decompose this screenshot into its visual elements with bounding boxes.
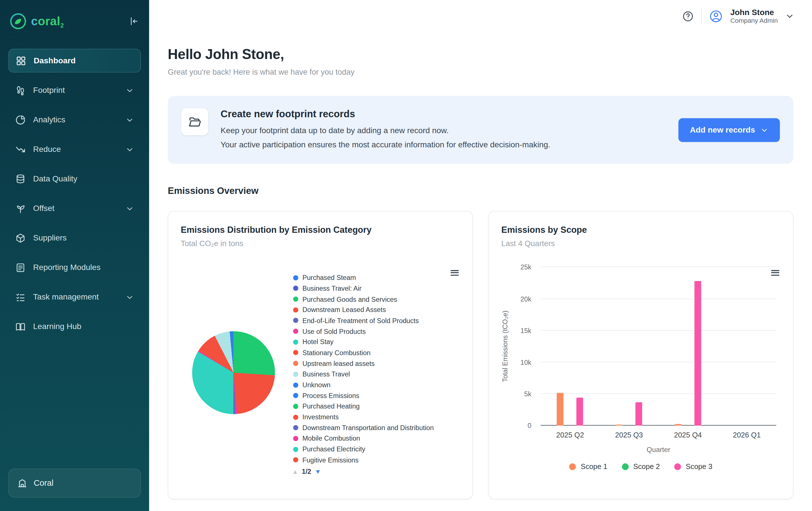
legend-label: Business Travel bbox=[302, 370, 350, 378]
scope-card-title: Emissions by Scope bbox=[501, 225, 780, 236]
legend-scope-3[interactable]: Scope 3 bbox=[674, 462, 713, 471]
legend-label: Hotel Stay bbox=[302, 338, 334, 346]
bar-scope-1[interactable] bbox=[616, 425, 622, 426]
tasks-icon bbox=[15, 292, 26, 302]
chevron-down-icon bbox=[125, 86, 134, 95]
sidebar-collapse-icon[interactable] bbox=[128, 16, 139, 27]
legend-label: Scope 1 bbox=[581, 462, 608, 471]
legend-item[interactable]: Business Travel bbox=[293, 369, 460, 380]
coral-logo-text: coral2 bbox=[31, 14, 64, 28]
sidebar-item-learning-hub[interactable]: Learning Hub bbox=[8, 315, 141, 339]
legend-item[interactable]: Stationary Combustion bbox=[293, 348, 460, 358]
legend-item[interactable]: Hotel Stay bbox=[293, 337, 460, 348]
legend-label: Purchased Steam bbox=[302, 274, 356, 281]
sidebar-item-reporting-modules[interactable]: Reporting Modules bbox=[8, 255, 141, 279]
main-content: Hello John Stone, Great you're back! Her… bbox=[149, 32, 812, 511]
sidebar-item-suppliers[interactable]: Suppliers bbox=[8, 226, 141, 250]
legend-label: Unknown bbox=[302, 381, 330, 388]
add-new-records-button[interactable]: Add new records bbox=[678, 118, 780, 142]
legend-label: Purchased Goods and Services bbox=[302, 295, 397, 303]
chevron-down-icon bbox=[125, 293, 134, 301]
legend-item[interactable]: Purchased Steam bbox=[293, 272, 460, 283]
legend-item[interactable]: Business Travel: Air bbox=[293, 283, 460, 294]
sidebar-item-analytics[interactable]: Analytics bbox=[8, 108, 141, 132]
legend-item[interactable]: Purchased Goods and Services bbox=[293, 294, 460, 305]
sidebar-item-footprint[interactable]: Footprint bbox=[8, 78, 141, 102]
user-menu[interactable]: John Stone Company Admin bbox=[730, 7, 778, 25]
sidebar-item-label: Suppliers bbox=[33, 233, 67, 243]
user-role: Company Admin bbox=[730, 17, 778, 25]
legend-label: Investments bbox=[302, 413, 339, 421]
topbar-divider bbox=[701, 8, 702, 24]
legend-label: Mobile Combustion bbox=[302, 435, 360, 442]
category-chart-area: Purchased SteamBusiness Travel: AirPurch… bbox=[181, 252, 460, 478]
legend-item[interactable]: Downstream Transportation and Distributi… bbox=[293, 423, 460, 433]
app-window: coral2 DashboardFootprintAnalyticsReduce… bbox=[0, 0, 812, 511]
legend-item[interactable]: Use of Sold Products bbox=[293, 326, 460, 337]
category-pie-chart[interactable] bbox=[192, 331, 275, 414]
bar-scope-3[interactable] bbox=[577, 398, 583, 426]
legend-item[interactable]: Process Emissions bbox=[293, 391, 460, 401]
user-menu-chevron-down-icon[interactable] bbox=[785, 11, 794, 21]
bar-groups bbox=[541, 267, 776, 426]
category-card-title: Emissions Distribution by Emission Categ… bbox=[181, 225, 460, 236]
sidebar-item-reduce[interactable]: Reduce bbox=[8, 137, 141, 161]
legend-item[interactable]: Fugitive Emissions bbox=[293, 455, 460, 465]
sidebar-item-label: Task management bbox=[33, 292, 99, 302]
sidebar-item-dashboard[interactable]: Dashboard bbox=[8, 49, 141, 73]
legend-dot bbox=[293, 425, 298, 430]
legend-item[interactable]: Downstream Leased Assets bbox=[293, 304, 460, 315]
legend-scope-2[interactable]: Scope 2 bbox=[622, 462, 660, 471]
dashboard-icon bbox=[16, 55, 26, 66]
category-distribution-card: Emissions Distribution by Emission Categ… bbox=[168, 211, 473, 500]
offset-icon bbox=[15, 203, 26, 214]
legend-dot bbox=[622, 463, 629, 470]
coral-leaf-logo-icon bbox=[9, 12, 27, 30]
legend-label: Process Emissions bbox=[302, 392, 359, 399]
x-tick-label: 2025 Q3 bbox=[600, 431, 659, 439]
sidebar-footer-coral[interactable]: Coral bbox=[8, 469, 141, 497]
legend-item[interactable]: End-of-Life Treatment of Sold Products bbox=[293, 315, 460, 326]
legend-dot bbox=[293, 447, 298, 452]
y-tick-label: 5k bbox=[524, 390, 531, 398]
plot-area bbox=[541, 267, 776, 426]
legend-dot bbox=[293, 414, 298, 420]
legend-item[interactable]: Unknown bbox=[293, 380, 460, 391]
chevron-down-icon bbox=[125, 115, 134, 124]
sidebar-item-label: Offset bbox=[33, 204, 54, 213]
scope-legend: Scope 1Scope 2Scope 3 bbox=[501, 462, 780, 471]
data-quality-icon bbox=[15, 173, 26, 184]
legend-label: Stationary Combustion bbox=[302, 349, 370, 356]
bar-scope-3[interactable] bbox=[636, 402, 642, 426]
sidebar-item-label: Reduce bbox=[33, 144, 61, 154]
sidebar-item-label: Dashboard bbox=[34, 56, 76, 65]
legend-dot bbox=[293, 393, 298, 398]
legend-page-up-icon[interactable]: ▲ bbox=[292, 468, 298, 475]
legend-page-down-icon[interactable]: ▼ bbox=[315, 468, 321, 475]
x-tick-label: 2025 Q4 bbox=[659, 431, 718, 439]
page-subtitle: Great you're back! Here is what we have … bbox=[168, 67, 793, 76]
category-card-subtitle: Total CO₂e in tons bbox=[181, 239, 460, 248]
legend-item[interactable]: Purchased Electricity bbox=[293, 444, 460, 455]
legend-item[interactable]: Upstream leased assets bbox=[293, 358, 460, 369]
banner-line1: Keep your footprint data up to date by a… bbox=[221, 124, 551, 138]
legend-dot bbox=[293, 318, 298, 323]
legend-dot bbox=[293, 307, 298, 312]
legend-label: Downstream Transportation and Distributi… bbox=[302, 424, 434, 431]
legend-item[interactable]: Investments bbox=[293, 412, 460, 423]
emissions-overview-title: Emissions Overview bbox=[168, 186, 793, 196]
legend-label: Purchased Heating bbox=[302, 403, 359, 410]
bar-scope-3[interactable] bbox=[694, 281, 701, 426]
legend-scope-1[interactable]: Scope 1 bbox=[569, 462, 607, 471]
sidebar-item-data-quality[interactable]: Data Quality bbox=[8, 167, 141, 191]
y-tick-label: 15k bbox=[520, 327, 531, 334]
legend-item[interactable]: Purchased Heating bbox=[293, 401, 460, 412]
legend-item[interactable]: Mobile Combustion bbox=[293, 433, 460, 444]
help-icon[interactable] bbox=[682, 10, 694, 22]
sidebar-item-task-management[interactable]: Task management bbox=[8, 285, 141, 309]
bar-scope-1[interactable] bbox=[557, 393, 564, 426]
legend-dot bbox=[293, 296, 298, 301]
user-avatar-icon[interactable] bbox=[709, 9, 723, 23]
bar-scope-1[interactable] bbox=[675, 424, 682, 426]
sidebar-item-offset[interactable]: Offset bbox=[8, 196, 141, 220]
